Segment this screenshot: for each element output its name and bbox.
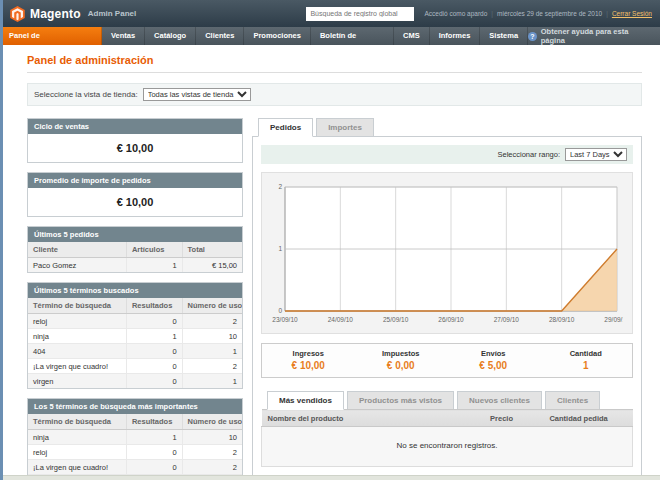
last-search-terms-table: Término de búsqueda Resultados Número de… (28, 298, 242, 388)
table-cell: reloj (28, 445, 126, 460)
table-row[interactable]: reloj02 (28, 314, 242, 329)
top-search-terms-box: Los 5 términos de búsqueda más important… (27, 398, 243, 480)
table-row[interactable]: ¡La virgen que cuadro!02 (28, 460, 242, 475)
table-cell: 0 (126, 314, 182, 329)
svg-text:1: 1 (278, 245, 282, 252)
tab-productos-mas-vistos[interactable]: Productos más vistos (347, 391, 454, 409)
svg-text:28/09/10: 28/09/10 (549, 316, 575, 323)
window-edge-left (0, 0, 3, 480)
logged-in-as-text: Accedió como apardo (424, 10, 487, 17)
svg-text:2: 2 (278, 183, 282, 190)
chart-panel: Seleccionar rango: Last 7 Days 01223/09/… (252, 136, 642, 476)
nav-item-sistema[interactable]: Sistema (480, 27, 528, 45)
dashboard-main: Pedidos Importes Seleccionar rango: Last… (252, 118, 642, 476)
total-value: € 0,00 (355, 360, 448, 371)
logo-text: Magento (30, 7, 81, 21)
header-user-info: Accedió como apardo | miércoles 29 de se… (424, 10, 652, 17)
table-cell: Paco Gomez (28, 258, 126, 273)
total-label: Ingresos (262, 349, 355, 358)
column-header: Término de búsqueda (28, 414, 126, 430)
chart-tabs: Pedidos Importes (252, 118, 642, 136)
store-view-label: Seleccione la vista de tienda: (34, 90, 138, 99)
last-search-terms-box: Últimos 5 términos buscados Término de b… (27, 282, 243, 389)
table-row[interactable]: 40401 (28, 344, 242, 359)
total-impuestos: Impuestos € 0,00 (355, 349, 448, 371)
logout-link[interactable]: Cerrar Sesión (612, 10, 652, 17)
current-date-text: miércoles 29 de septiembre de 2010 (497, 10, 602, 17)
nav-item-cms[interactable]: CMS (394, 27, 430, 45)
table-cell: € 15,00 (182, 258, 242, 273)
tab-mas-vendidos[interactable]: Más vendidos (267, 391, 344, 410)
table-cell: 0 (126, 460, 182, 475)
window-edge-bottom (0, 475, 660, 480)
average-orders-box: Promedio de importe de pedidos € 10,00 (27, 172, 243, 217)
lifetime-sales-title: Ciclo de ventas (28, 119, 242, 134)
dashboard-sidebar: Ciclo de ventas € 10,00 Promedio de impo… (27, 118, 243, 480)
total-ingresos: Ingresos € 10,00 (262, 349, 355, 371)
table-cell: 0 (126, 344, 182, 359)
table-cell: ¡La virgen que cuadro! (28, 359, 126, 374)
nav-item-promociones[interactable]: Promociones (244, 27, 311, 45)
column-header: Término de búsqueda (28, 298, 126, 314)
nav-item-boletin[interactable]: Boletín de noticias (311, 27, 394, 45)
svg-text:27/09/10: 27/09/10 (494, 316, 520, 323)
table-cell: 1 (126, 258, 182, 273)
last-search-terms-title: Últimos 5 términos buscados (28, 283, 242, 298)
get-help-link[interactable]: ? Obtener ayuda para esta página (528, 27, 660, 45)
total-value: € 10,00 (262, 360, 355, 371)
total-envios: Envíos € 5,00 (447, 349, 540, 371)
table-row[interactable]: ¡La virgen que cuadro!02 (28, 359, 242, 374)
total-value: € 5,00 (447, 360, 540, 371)
table-row[interactable]: virgen01 (28, 374, 242, 389)
nav-item-informes[interactable]: Informes (430, 27, 481, 45)
range-select[interactable]: Last 7 Days (565, 148, 627, 161)
table-cell: ninja (28, 430, 126, 445)
tab-nuevos-clientes[interactable]: Nuevos clientes (457, 391, 542, 409)
global-search-input[interactable] (306, 7, 414, 21)
table-cell: 2 (182, 460, 242, 475)
svg-text:25/09/10: 25/09/10 (383, 316, 409, 323)
nav-item-catalogo[interactable]: Catálogo (145, 27, 196, 45)
store-view-select[interactable]: Todas las vistas de tienda (143, 88, 251, 101)
table-cell: ninja (28, 329, 126, 344)
table-cell: 404 (28, 344, 126, 359)
main-nav: Panel de administración Ventas Catálogo … (0, 27, 660, 45)
table-cell: 1 (126, 430, 182, 445)
table-row[interactable]: reloj02 (28, 445, 242, 460)
last-orders-title: Últimos 5 pedidos (28, 227, 242, 242)
table-cell: 1 (182, 374, 242, 389)
table-cell: 2 (182, 445, 242, 460)
magento-logo-icon (10, 6, 25, 22)
table-cell: 2 (182, 314, 242, 329)
table-row[interactable]: Paco Gomez1€ 15,00 (28, 258, 242, 273)
nav-item-clientes[interactable]: Clientes (196, 27, 244, 45)
total-label: Envíos (447, 349, 540, 358)
store-view-switcher: Seleccione la vista de tienda: Todas las… (27, 83, 642, 106)
column-header: Precio (484, 410, 543, 427)
nav-item-ventas[interactable]: Ventas (102, 27, 145, 45)
table-cell: reloj (28, 314, 126, 329)
table-cell: 2 (182, 359, 242, 374)
total-cantidad: Cantidad 1 (540, 349, 633, 371)
total-label: Impuestos (355, 349, 448, 358)
column-header: Nombre del producto (262, 410, 485, 427)
column-header: Resultados (126, 298, 182, 314)
column-header: Número de usos (182, 414, 242, 430)
column-header: Resultados (126, 414, 182, 430)
total-value: 1 (540, 360, 633, 371)
help-icon: ? (528, 32, 537, 41)
table-cell: 10 (182, 430, 242, 445)
svg-text:0: 0 (278, 307, 282, 314)
tab-importes[interactable]: Importes (316, 118, 374, 136)
product-tabs: Más vendidos Productos más vistos Nuevos… (261, 391, 633, 409)
svg-text:24/09/10: 24/09/10 (328, 316, 354, 323)
table-row[interactable]: ninja110 (28, 430, 242, 445)
tab-clientes[interactable]: Clientes (545, 391, 600, 409)
table-cell: ¡La virgen que cuadro! (28, 460, 126, 475)
nav-item-panel-de-administracion[interactable]: Panel de administración (0, 27, 102, 45)
column-header: Número de usos (182, 298, 242, 314)
table-cell: 0 (126, 359, 182, 374)
tab-pedidos[interactable]: Pedidos (258, 118, 313, 137)
table-row[interactable]: ninja110 (28, 329, 242, 344)
table-cell: 0 (126, 445, 182, 460)
